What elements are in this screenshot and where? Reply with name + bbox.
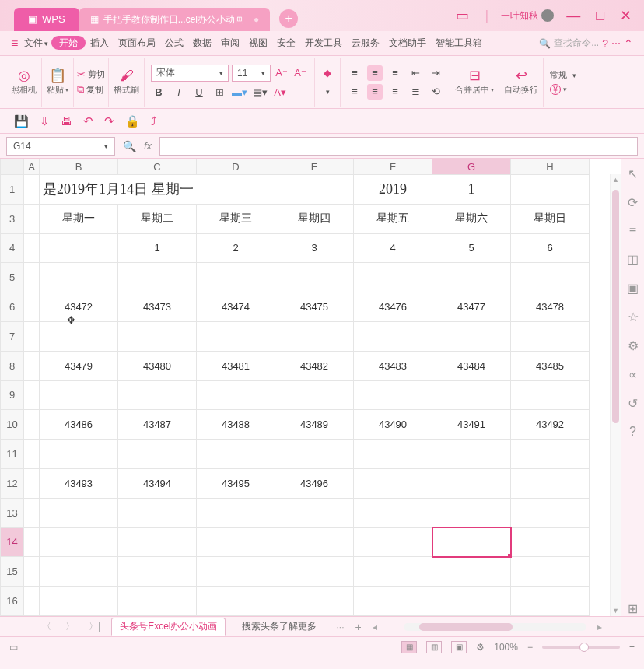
cell[interactable]: [118, 321, 197, 351]
file-menu[interactable]: 文件▾: [24, 37, 48, 50]
cell[interactable]: 43491: [432, 410, 511, 440]
save-icon[interactable]: 💾: [14, 114, 29, 128]
scroll-down-icon[interactable]: ▼: [611, 607, 621, 615]
menu-icon[interactable]: ≡: [11, 37, 18, 51]
currency-button[interactable]: ¥▾: [550, 84, 576, 95]
more-icon[interactable]: ⋯: [611, 38, 621, 49]
cell[interactable]: [511, 527, 590, 557]
cell[interactable]: [40, 380, 118, 410]
cell[interactable]: 43484: [432, 351, 511, 380]
cell[interactable]: [275, 527, 354, 557]
cell[interactable]: 5: [432, 233, 511, 263]
menu-tab-1[interactable]: 插入: [86, 36, 114, 50]
cell[interactable]: 2: [197, 233, 275, 263]
col-header-E[interactable]: E: [275, 159, 354, 175]
collapse-ribbon-icon[interactable]: ⌃: [624, 37, 633, 50]
cell[interactable]: [40, 498, 118, 527]
cell[interactable]: [24, 321, 40, 351]
document-tab[interactable]: ▦ 手把手教你制作日...cel办公小动画 ●: [79, 8, 271, 31]
spreadsheet-grid[interactable]: ABCDEFGH1是2019年1月14日 星期一2019123星期一星期二星期三…: [0, 159, 590, 616]
cell-style-button[interactable]: ▤▾: [252, 85, 268, 100]
command-search[interactable]: 🔍 查找命令...: [539, 37, 599, 50]
align-left-button[interactable]: ≡: [347, 84, 362, 100]
cell[interactable]: [24, 351, 40, 380]
output-icon[interactable]: ⇩: [40, 114, 50, 128]
cell[interactable]: 43483: [354, 351, 432, 380]
cell[interactable]: [197, 321, 275, 351]
fx-label[interactable]: fx: [144, 140, 152, 152]
cell[interactable]: [511, 263, 590, 292]
cell[interactable]: 43473: [118, 292, 197, 322]
cell[interactable]: 43474: [197, 292, 275, 322]
row-header-11[interactable]: 11: [1, 440, 24, 469]
cell[interactable]: [511, 468, 590, 498]
share-icon[interactable]: ⤴: [151, 114, 157, 128]
col-header-A[interactable]: A: [24, 159, 40, 175]
cell[interactable]: 43489: [275, 410, 354, 440]
align-right-button[interactable]: ≡: [387, 84, 403, 100]
cell[interactable]: [275, 263, 354, 292]
cell[interactable]: [354, 263, 432, 292]
cell[interactable]: 43487: [118, 410, 197, 440]
minimize-icon[interactable]: —: [563, 8, 583, 24]
tab-scroll-left-icon[interactable]: ◂: [369, 622, 380, 632]
cell[interactable]: 43496: [275, 468, 354, 498]
cell[interactable]: [24, 410, 40, 440]
name-box[interactable]: G14 ▾: [6, 137, 115, 156]
cell[interactable]: 43480: [118, 351, 197, 380]
menu-tab-2[interactable]: 页面布局: [114, 36, 160, 50]
page-view-button[interactable]: ▥: [426, 641, 442, 653]
cell[interactable]: [118, 440, 197, 469]
cell[interactable]: [354, 440, 432, 469]
cell[interactable]: [511, 175, 590, 205]
distribute-button[interactable]: ≣: [408, 84, 423, 100]
cell[interactable]: 43481: [197, 351, 275, 380]
share-side-icon[interactable]: ∝: [628, 367, 637, 382]
cell[interactable]: 星期五: [354, 204, 432, 233]
row-header-13[interactable]: 13: [1, 498, 24, 527]
cell[interactable]: [511, 321, 590, 351]
menu-tab-10[interactable]: 文档助手: [384, 36, 431, 50]
undo-icon[interactable]: ↶: [83, 114, 93, 128]
cell[interactable]: [24, 292, 40, 322]
cell[interactable]: 6: [511, 233, 590, 263]
row-header-14[interactable]: 14: [1, 527, 24, 557]
underline-button[interactable]: U: [191, 85, 207, 100]
cell[interactable]: [40, 233, 118, 263]
cell[interactable]: 43479: [40, 351, 118, 380]
horizontal-scrollbar[interactable]: [404, 623, 586, 631]
zoom-icon[interactable]: 🔍: [123, 140, 136, 152]
cell[interactable]: [511, 498, 590, 527]
row-header-8[interactable]: 8: [1, 351, 24, 380]
h-scrollbar-thumb[interactable]: [419, 623, 513, 631]
cell[interactable]: [118, 557, 197, 587]
font-size-select[interactable]: 11▾: [232, 65, 271, 82]
align-middle-button[interactable]: ≡: [367, 65, 383, 81]
status-mode-icon[interactable]: ▭: [9, 642, 18, 653]
italic-button[interactable]: I: [171, 85, 187, 100]
refresh-icon[interactable]: ⟳: [628, 195, 638, 210]
cell[interactable]: [118, 263, 197, 292]
font-color-button[interactable]: A▾: [272, 85, 288, 100]
tab-more[interactable]: ···: [333, 622, 347, 632]
fill-color-button[interactable]: ▬▾: [232, 85, 247, 100]
zoom-gear-icon[interactable]: ⚙: [476, 642, 485, 653]
menu-tab-5[interactable]: 审阅: [216, 36, 244, 50]
border-button[interactable]: ⊞: [212, 85, 227, 100]
cell[interactable]: [118, 380, 197, 410]
cell[interactable]: [24, 263, 40, 292]
cell[interactable]: [40, 440, 118, 469]
cell[interactable]: [354, 527, 432, 557]
zoom-in-button[interactable]: +: [629, 642, 635, 653]
cell[interactable]: [40, 557, 118, 587]
align-bottom-button[interactable]: ≡: [387, 65, 403, 81]
clear-icon[interactable]: ◆: [320, 65, 335, 81]
cell[interactable]: 43472: [40, 292, 118, 322]
zoom-knob[interactable]: [579, 643, 589, 652]
paste-group[interactable]: 📋 粘贴▾: [42, 58, 74, 107]
bold-button[interactable]: B: [151, 85, 166, 100]
row-header-7[interactable]: 7: [1, 321, 24, 351]
row-header-3[interactable]: 3: [1, 204, 24, 233]
cell[interactable]: 43494: [118, 468, 197, 498]
cell[interactable]: [40, 587, 118, 616]
